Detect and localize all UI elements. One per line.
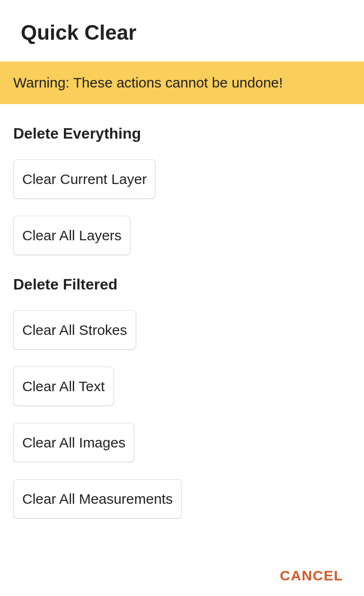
- dialog-actions: CANCEL: [280, 568, 343, 584]
- section-title-everything: Delete Everything: [13, 125, 351, 142]
- clear-all-strokes-button[interactable]: Clear All Strokes: [13, 310, 136, 350]
- section-delete-everything: Delete Everything Clear Current Layer Cl…: [0, 125, 364, 255]
- clear-all-images-button[interactable]: Clear All Images: [13, 423, 134, 462]
- clear-current-layer-button[interactable]: Clear Current Layer: [13, 159, 156, 199]
- cancel-button[interactable]: CANCEL: [280, 568, 343, 584]
- clear-all-layers-button[interactable]: Clear All Layers: [13, 216, 130, 255]
- section-title-filtered: Delete Filtered: [13, 276, 351, 293]
- clear-all-measurements-button[interactable]: Clear All Measurements: [13, 479, 182, 518]
- warning-banner: Warning: These actions cannot be undone!: [0, 61, 364, 104]
- dialog-title: Quick Clear: [0, 0, 364, 61]
- clear-all-text-button[interactable]: Clear All Text: [13, 367, 114, 406]
- section-delete-filtered: Delete Filtered Clear All Strokes Clear …: [0, 276, 364, 518]
